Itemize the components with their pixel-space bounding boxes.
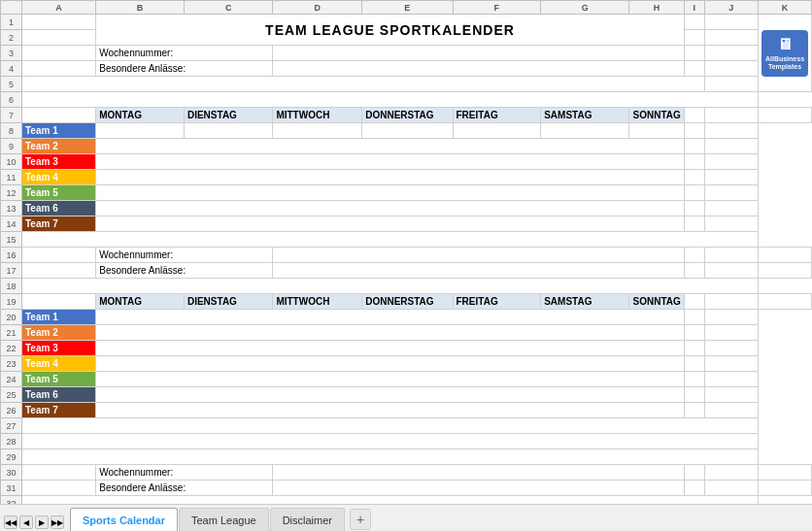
cell-17I xyxy=(684,263,704,279)
cell-9cols xyxy=(96,139,685,154)
cell-19I xyxy=(684,294,704,310)
cell-11cols xyxy=(96,170,685,185)
title-cell: TEAM LEAGUE SPORTKALENDER xyxy=(96,15,685,46)
besondere-label-3: Besondere Anlässe: xyxy=(96,481,273,496)
tab-add-button[interactable]: + xyxy=(350,509,371,530)
row-28: 28 xyxy=(1,434,812,449)
row-num-24: 24 xyxy=(1,372,22,387)
cell-26cols xyxy=(96,403,685,418)
cell-8F xyxy=(362,123,453,139)
cell-20cols xyxy=(96,310,685,325)
cell-16K xyxy=(759,248,812,263)
team3-b1: Team 3 xyxy=(22,154,96,170)
row-num-29: 29 xyxy=(1,449,22,465)
cell-31A xyxy=(22,481,96,496)
day-header-1-sat: SAMSTAG xyxy=(541,108,629,123)
cell-25J xyxy=(684,387,704,403)
col-header-A: A xyxy=(22,1,96,15)
cell-31K xyxy=(759,481,812,496)
day-header-1-tue: DIENSTAG xyxy=(184,108,272,123)
cell-19J xyxy=(704,294,758,310)
row-num-31: 31 xyxy=(1,481,22,496)
row-8: 8 Team 1 xyxy=(1,123,812,139)
row-29: 29 xyxy=(1,449,812,465)
cell-7I xyxy=(684,108,704,123)
row-num-14: 14 xyxy=(1,216,22,232)
row-13: 13 Team 6 xyxy=(1,201,812,216)
day-header-2-tue: DIENSTAG xyxy=(184,294,272,310)
cell-20K xyxy=(704,310,758,325)
cell-16A xyxy=(22,248,96,263)
row-32: 32 xyxy=(1,496,812,505)
row-31: 31 Besondere Anlässe: xyxy=(1,481,812,496)
cell-2J xyxy=(704,30,758,46)
cell-28 xyxy=(22,434,759,449)
cell-27 xyxy=(22,418,759,434)
row-num-19: 19 xyxy=(1,294,22,310)
tab-nav-prev[interactable]: ◀ xyxy=(19,515,33,529)
tab-disclaimer[interactable]: Disclaimer xyxy=(270,508,345,531)
cell-19A xyxy=(22,294,96,310)
row-num-21: 21 xyxy=(1,325,22,341)
team1-b1: Team 1 xyxy=(22,123,96,139)
cell-17J xyxy=(704,263,758,279)
cell-4J xyxy=(704,61,758,77)
row-21: 21 Team 2 xyxy=(1,325,812,341)
team6-b2: Team 6 xyxy=(22,387,96,403)
tab-nav-first[interactable]: ◀◀ xyxy=(4,515,17,529)
col-header-K: K xyxy=(759,1,812,15)
col-header-G: G xyxy=(541,1,629,15)
cell-30D xyxy=(273,465,684,481)
row-3: 3 Wochennummer: xyxy=(1,46,812,61)
cell-8J xyxy=(684,123,704,139)
row-15: 15 xyxy=(1,232,812,248)
cell-30I xyxy=(684,465,704,481)
row-num-18: 18 xyxy=(1,279,22,294)
row-num-20: 20 xyxy=(1,310,22,325)
cell-15 xyxy=(22,232,759,248)
row-11: 11 Team 4 xyxy=(1,170,812,185)
row-19: 19 MONTAG DIENSTAG MITTWOCH DONNERSTAG F… xyxy=(1,294,812,310)
cell-8K xyxy=(704,123,758,139)
row-num-6: 6 xyxy=(1,92,22,108)
cell-4I xyxy=(684,61,704,77)
row-num-28: 28 xyxy=(1,434,22,449)
cell-16D xyxy=(273,248,684,263)
cell-31D xyxy=(273,481,684,496)
row-num-22: 22 xyxy=(1,341,22,356)
row-27: 27 xyxy=(1,418,812,434)
cell-14K xyxy=(704,216,758,232)
cell-23cols xyxy=(96,356,685,372)
cell-17A xyxy=(22,263,96,279)
cell-23K xyxy=(704,356,758,372)
cell-7J xyxy=(704,108,758,123)
tab-team-league[interactable]: Team League xyxy=(179,508,269,531)
tab-sports-calendar[interactable]: Sports Calendar xyxy=(70,508,178,531)
tab-nav-last[interactable]: ▶▶ xyxy=(51,515,64,529)
row-16: 16 Wochennummer: xyxy=(1,248,812,263)
cell-13cols xyxy=(96,201,685,216)
besondere-label-2: Besondere Anlässe: xyxy=(96,263,273,279)
row-num-8: 8 xyxy=(1,123,22,139)
col-header-E: E xyxy=(362,1,453,15)
row-20: 20 Team 1 xyxy=(1,310,812,325)
row-num-11: 11 xyxy=(1,170,22,185)
row-1: 1 TEAM LEAGUE SPORTKALENDER 🖥 AllBusines… xyxy=(1,15,812,30)
row-5: 5 xyxy=(1,77,812,92)
cell-22cols xyxy=(96,341,685,356)
row-num-2: 2 xyxy=(1,30,22,46)
sheet-area[interactable]: A B C D E F G H I J K 1 TEAM xyxy=(0,0,812,504)
cell-30K xyxy=(759,465,812,481)
row-num-3: 3 xyxy=(1,46,22,61)
day-header-2-mon: MONTAG xyxy=(96,294,185,310)
tab-nav-arrows: ◀◀ ◀ ▶ ▶▶ xyxy=(4,515,64,529)
row-num-16: 16 xyxy=(1,248,22,263)
cell-14J xyxy=(684,216,704,232)
tab-nav-next[interactable]: ▶ xyxy=(35,515,49,529)
team3-b2: Team 3 xyxy=(22,341,96,356)
cell-10J xyxy=(684,154,704,170)
row-num-25: 25 xyxy=(1,387,22,403)
cell-3I xyxy=(684,46,704,61)
row-num-13: 13 xyxy=(1,201,22,216)
tab-bar: ◀◀ ◀ ▶ ▶▶ Sports Calendar Team League Di… xyxy=(0,504,812,531)
